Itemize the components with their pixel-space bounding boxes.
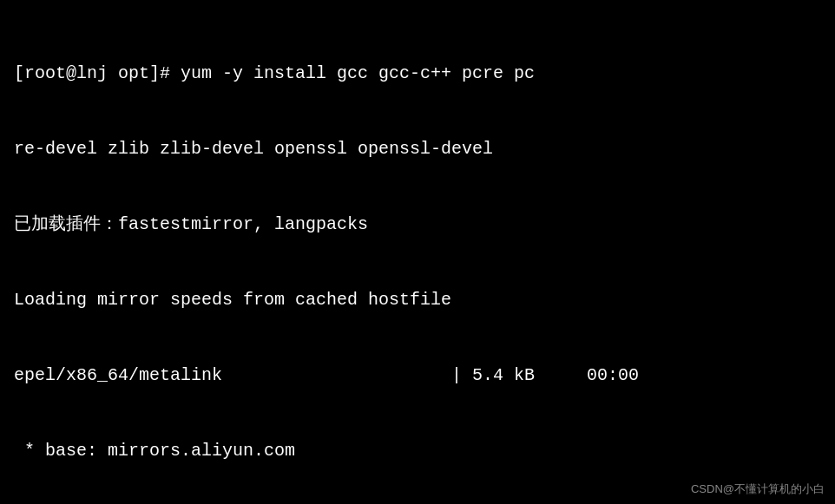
terminal-line-5: * base: mirrors.aliyun.com	[14, 438, 821, 463]
terminal-line-0: [root@lnj opt]# yum -y install gcc gcc-c…	[14, 61, 821, 86]
terminal-line-3: Loading mirror speeds from cached hostfi…	[14, 287, 821, 312]
watermark-label: CSDN@不懂计算机的小白	[691, 481, 825, 497]
terminal-line-2: 已加载插件：fastestmirror, langpacks	[14, 212, 821, 237]
terminal-line-1: re-devel zlib zlib-devel openssl openssl…	[14, 136, 821, 161]
terminal-output: [root@lnj opt]# yum -y install gcc gcc-c…	[14, 10, 821, 504]
terminal-line-4: epel/x86_64/metalink | 5.4 kB 00:00	[14, 363, 821, 388]
